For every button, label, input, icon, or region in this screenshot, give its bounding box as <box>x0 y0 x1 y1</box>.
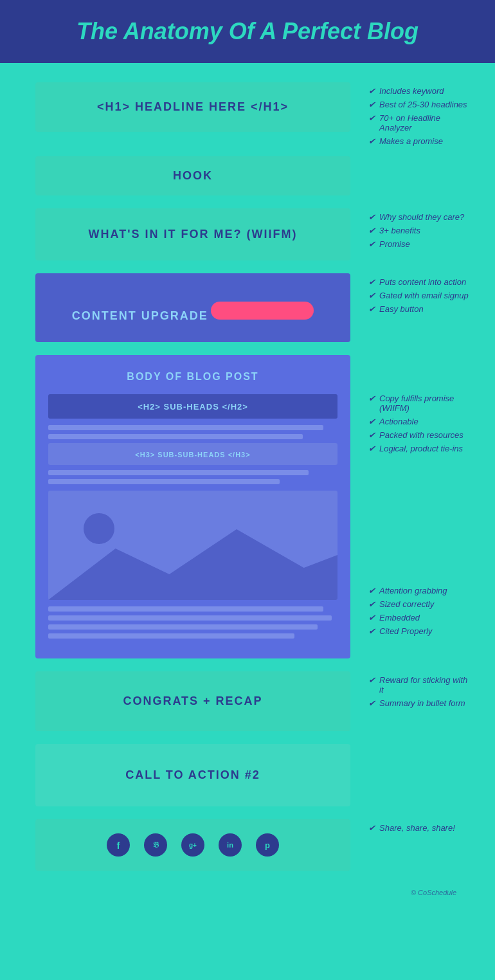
social-left: f 𝔅 g+ in p <box>35 819 350 877</box>
pinterest-icon[interactable]: p <box>256 833 279 857</box>
checklist-item: ✔Summary in bullet form <box>368 698 469 708</box>
text-line <box>48 434 303 439</box>
googleplus-icon[interactable]: g+ <box>181 833 204 857</box>
body-checklist-copy: ✔Copy fulfills promise (WIIFM) ✔Actionab… <box>368 394 469 453</box>
headline-title: <H1> HEADLINE HERE </H1> <box>97 100 289 113</box>
wiifm-left: WHAT'S IN IT FOR ME? (WIIFM) <box>35 208 350 267</box>
cta-box: CALL TO ACTION #2 <box>35 744 350 806</box>
text-line <box>48 633 294 639</box>
text-line <box>48 624 318 630</box>
checklist-item: ✔Share, share, share! <box>368 823 469 833</box>
h2-bar: <H2> SUB-HEADS </H2> <box>48 394 338 419</box>
cta-left: CALL TO ACTION #2 <box>35 744 350 813</box>
headline-left: <H1> HEADLINE HERE </H1> <box>35 82 350 138</box>
headline-box: <H1> HEADLINE HERE </H1> <box>35 82 350 132</box>
headline-row: <H1> HEADLINE HERE </H1> ✔Includes keywo… <box>35 82 469 150</box>
text-line <box>48 479 280 484</box>
hook-title: HOOK <box>173 169 213 182</box>
upgrade-right: ✔Puts content into action ✔Gated with em… <box>350 273 469 318</box>
social-box: f 𝔅 g+ in p <box>35 819 350 871</box>
checklist-item: ✔Embedded <box>368 613 469 622</box>
checklist-item: ✔Best of 25-30 headlines <box>368 100 469 109</box>
hook-left: HOOK <box>35 156 350 202</box>
svg-marker-0 <box>48 529 338 600</box>
upgrade-row: CONTENT UPGRADE ✔Puts content into actio… <box>35 273 469 349</box>
h3-label: <H3> SUB-SUB-HEADS </H3> <box>135 451 250 458</box>
cta-right <box>350 744 469 748</box>
checklist-item: ✔Actionable <box>368 417 469 426</box>
watermark: © CoSchedule <box>35 884 469 903</box>
checklist-item: ✔Logical, product tie-ins <box>368 444 469 453</box>
text-line <box>48 425 323 430</box>
checklist-item: ✔Why should they care? <box>368 212 469 222</box>
checklist-item: ✔Includes keyword <box>368 86 469 96</box>
hook-right <box>350 156 469 160</box>
wiifm-title: WHAT'S IN IT FOR ME? (WIIFM) <box>89 228 298 240</box>
body-right: ✔Copy fulfills promise (WIIFM) ✔Actionab… <box>350 355 469 640</box>
facebook-icon[interactable]: f <box>107 833 130 857</box>
wiifm-box: WHAT'S IN IT FOR ME? (WIIFM) <box>35 208 350 260</box>
social-checklist: ✔Share, share, share! <box>368 823 469 833</box>
checklist-item: ✔Cited Properly <box>368 626 469 636</box>
checklist-item: ✔Gated with email signup <box>368 291 469 300</box>
checklist-item: ✔3+ benefits <box>368 226 469 235</box>
checklist-item: ✔Makes a promise <box>368 136 469 146</box>
checklist-item: ✔Sized correctly <box>368 599 469 609</box>
h3-bar: <H3> SUB-SUB-HEADS </H3> <box>48 443 338 465</box>
image-placeholder <box>48 491 338 600</box>
congrats-left: CONGRATS + RECAP <box>35 671 350 738</box>
checklist-item: ✔70+ on Headline Analyzer <box>368 113 469 132</box>
upgrade-title: CONTENT UPGRADE <box>72 309 208 322</box>
headline-checklist: ✔Includes keyword ✔Best of 25-30 headlin… <box>368 86 469 146</box>
hook-box: HOOK <box>35 156 350 195</box>
wiifm-checklist: ✔Why should they care? ✔3+ benefits ✔Pro… <box>368 212 469 249</box>
upgrade-checklist: ✔Puts content into action ✔Gated with em… <box>368 277 469 314</box>
checklist-item: ✔Promise <box>368 239 469 249</box>
cta-row: CALL TO ACTION #2 <box>35 744 469 813</box>
mountain-svg <box>48 523 338 600</box>
checklist-item: ✔Attention grabbing <box>368 586 469 595</box>
congrats-title: CONGRATS + RECAP <box>123 694 262 707</box>
bottom-lines <box>48 606 338 639</box>
headline-right: ✔Includes keyword ✔Best of 25-30 headlin… <box>350 82 469 150</box>
congrats-checklist: ✔Reward for sticking with it ✔Summary in… <box>368 675 469 708</box>
blog-body-title: BODY OF BLOG POST <box>48 371 338 383</box>
congrats-box: CONGRATS + RECAP <box>35 671 350 731</box>
upgrade-button[interactable] <box>211 302 314 320</box>
blog-body-box: BODY OF BLOG POST <H2> SUB-HEADS </H2> <… <box>35 355 350 658</box>
body-row: BODY OF BLOG POST <H2> SUB-HEADS </H2> <… <box>35 355 469 665</box>
h2-label: <H2> SUB-HEADS </H2> <box>138 402 248 412</box>
text-line <box>48 615 332 621</box>
text-line <box>48 606 323 612</box>
congrats-row: CONGRATS + RECAP ✔Reward for sticking wi… <box>35 671 469 738</box>
checklist-item: ✔Puts content into action <box>368 277 469 287</box>
checklist-item: ✔Easy button <box>368 304 469 314</box>
wiifm-right: ✔Why should they care? ✔3+ benefits ✔Pro… <box>350 208 469 253</box>
social-row: f 𝔅 g+ in p ✔Share, share, share! <box>35 819 469 877</box>
page-header: The Anatomy Of A Perfect Blog <box>0 0 495 63</box>
checklist-item: ✔Reward for sticking with it <box>368 675 469 694</box>
checklist-item: ✔Copy fulfills promise (WIIFM) <box>368 394 469 413</box>
body-left: BODY OF BLOG POST <H2> SUB-HEADS </H2> <… <box>35 355 350 665</box>
wiifm-row: WHAT'S IN IT FOR ME? (WIIFM) ✔Why should… <box>35 208 469 267</box>
social-icons: f 𝔅 g+ in p <box>48 833 338 857</box>
upgrade-box: CONTENT UPGRADE <box>35 273 350 342</box>
social-right: ✔Share, share, share! <box>350 819 469 837</box>
hook-row: HOOK <box>35 156 469 202</box>
checklist-item: ✔Packed with resources <box>368 430 469 440</box>
body-checklist-image: ✔Attention grabbing ✔Sized correctly ✔Em… <box>368 586 469 636</box>
twitter-icon[interactable]: 𝔅 <box>144 833 167 857</box>
cta-title: CALL TO ACTION #2 <box>125 768 260 781</box>
page-title: The Anatomy Of A Perfect Blog <box>13 18 482 45</box>
text-line <box>48 470 309 475</box>
main-content: <H1> HEADLINE HERE </H1> ✔Includes keywo… <box>0 63 495 922</box>
linkedin-icon[interactable]: in <box>219 833 242 857</box>
congrats-right: ✔Reward for sticking with it ✔Summary in… <box>350 671 469 712</box>
upgrade-left: CONTENT UPGRADE <box>35 273 350 349</box>
